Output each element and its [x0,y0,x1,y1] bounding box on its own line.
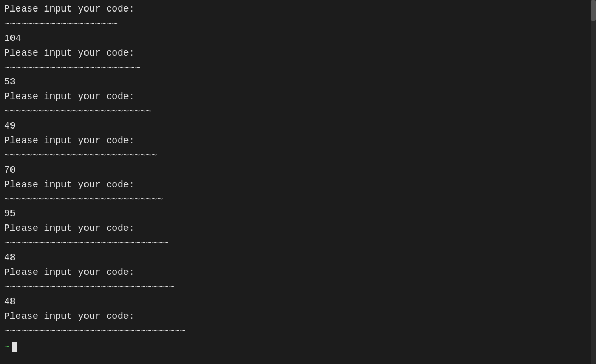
terminal-line-6: Please input your code: [4,221,592,236]
terminal-line-1: Please input your code: [4,2,592,17]
terminal-line-2: Please input your code: [4,46,592,61]
prompt-symbol: ~ [4,339,10,355]
terminal-line-4: Please input your code: [4,134,592,148]
terminal-number-7: 48 [4,295,592,309]
terminal-number-6: 48 [4,251,592,265]
terminal-tilde-8: ~~~~~~~~~~~~~~~~~~~~~~~~~~~~~~~~ [4,324,592,339]
scrollbar-thumb[interactable] [591,0,596,21]
shell-prompt-line: ~ [4,339,592,355]
terminal-number-5: 95 [4,207,592,221]
terminal-tilde-2: ~~~~~~~~~~~~~~~~~~~~~~~~ [4,61,592,76]
terminal-line-3: Please input your code: [4,90,592,104]
terminal-number-2: 53 [4,75,592,90]
terminal-number-3: 49 [4,119,592,134]
terminal-tilde-4: ~~~~~~~~~~~~~~~~~~~~~~~~~~~ [4,148,592,163]
terminal-tilde-3: ~~~~~~~~~~~~~~~~~~~~~~~~~~ [4,104,592,119]
terminal-number-4: 70 [4,163,592,178]
terminal-line-8: Please input your code: [4,309,592,324]
scrollbar[interactable] [591,0,596,364]
terminal-number-1: 104 [4,31,592,46]
terminal-tilde-5: ~~~~~~~~~~~~~~~~~~~~~~~~~~~~ [4,192,592,207]
terminal-window[interactable]: Please input your code: ~~~~~~~~~~~~~~~~… [0,0,596,364]
terminal-tilde-1: ~~~~~~~~~~~~~~~~~~~~ [4,17,592,31]
terminal-tilde-7: ~~~~~~~~~~~~~~~~~~~~~~~~~~~~~~ [4,280,592,295]
cursor [12,342,17,352]
terminal-line-5: Please input your code: [4,178,592,192]
terminal-line-7: Please input your code: [4,265,592,280]
terminal-tilde-6: ~~~~~~~~~~~~~~~~~~~~~~~~~~~~~ [4,236,592,251]
